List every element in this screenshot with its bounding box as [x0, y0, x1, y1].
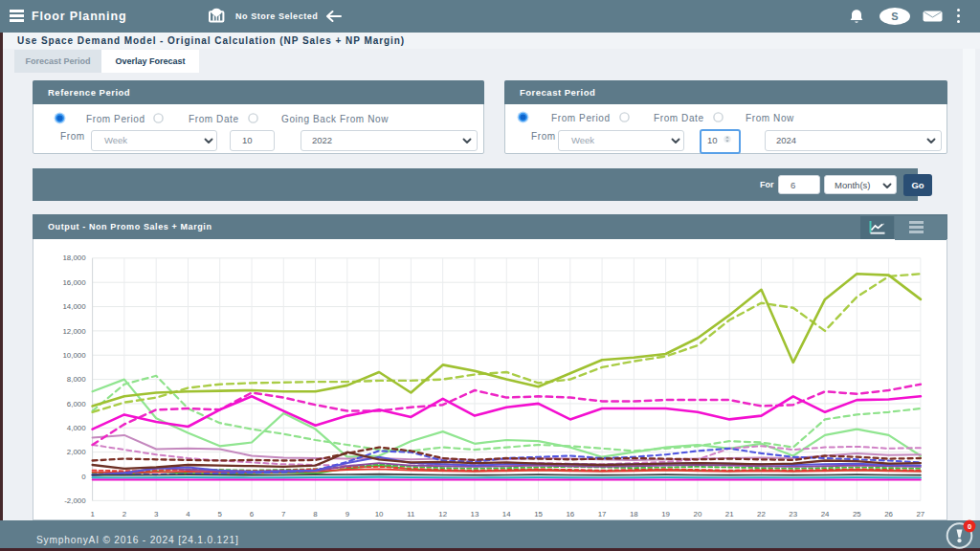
svg-text:3: 3 — [154, 510, 159, 518]
svg-text:7: 7 — [281, 510, 285, 518]
svg-text:18: 18 — [630, 510, 638, 518]
svg-text:0: 0 — [968, 522, 971, 531]
svg-text:26: 26 — [884, 510, 893, 518]
svg-text:-2,000: -2,000 — [64, 496, 86, 505]
svg-text:12: 12 — [438, 510, 447, 518]
svg-text:25: 25 — [853, 510, 861, 518]
svg-text:1: 1 — [90, 510, 94, 518]
svg-text:4: 4 — [186, 510, 190, 518]
svg-text:20: 20 — [694, 510, 702, 518]
svg-text:15: 15 — [534, 510, 543, 518]
svg-text:18,000: 18,000 — [62, 253, 86, 262]
svg-text:2: 2 — [122, 510, 126, 518]
svg-text:23: 23 — [789, 510, 797, 518]
svg-text:19: 19 — [661, 510, 670, 518]
svg-text:8,000: 8,000 — [67, 375, 86, 384]
svg-text:4,000: 4,000 — [67, 424, 86, 432]
svg-text:5: 5 — [218, 510, 223, 518]
svg-text:16,000: 16,000 — [62, 278, 86, 287]
svg-text:17: 17 — [598, 510, 607, 518]
svg-text:21: 21 — [725, 510, 734, 518]
svg-text:6,000: 6,000 — [67, 400, 86, 408]
svg-text:0: 0 — [81, 473, 86, 481]
svg-text:24: 24 — [821, 510, 830, 518]
svg-text:13: 13 — [471, 510, 479, 518]
svg-text:11: 11 — [407, 510, 414, 518]
svg-text:14: 14 — [502, 510, 511, 518]
svg-text:27: 27 — [916, 510, 924, 518]
svg-text:9: 9 — [345, 510, 350, 518]
svg-text:16: 16 — [566, 510, 574, 518]
svg-text:12,000: 12,000 — [62, 327, 86, 336]
svg-text:22: 22 — [757, 510, 766, 518]
svg-text:10,000: 10,000 — [62, 351, 86, 360]
svg-text:6: 6 — [250, 510, 255, 518]
svg-text:10: 10 — [375, 510, 384, 518]
svg-text:8: 8 — [313, 510, 318, 518]
svg-text:2,000: 2,000 — [67, 448, 86, 456]
svg-text:14,000: 14,000 — [62, 302, 86, 311]
